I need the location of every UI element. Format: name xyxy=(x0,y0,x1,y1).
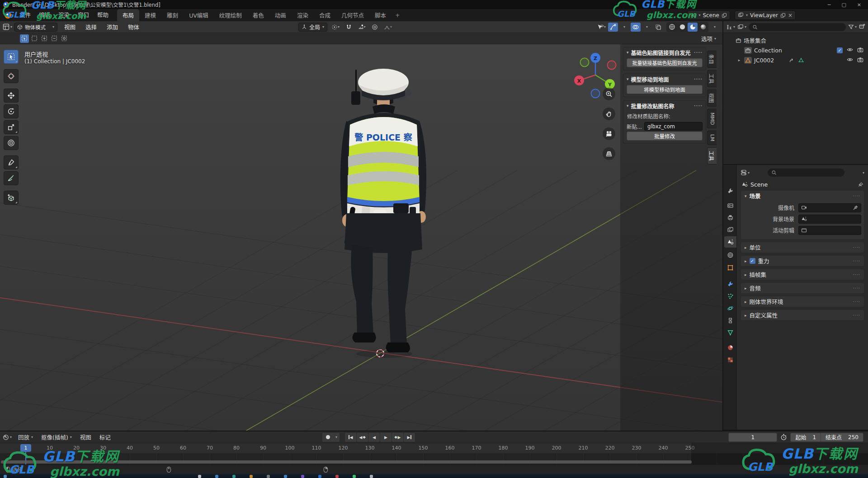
batch-rename-button[interactable]: 批量修改 xyxy=(627,131,703,141)
pivot-point-button[interactable]: ▾ xyxy=(330,23,340,32)
sidebar-tab-条目[interactable]: 条目 xyxy=(707,51,717,68)
timeline-menu-1[interactable]: 抠像(插帧)▾ xyxy=(38,433,75,441)
panel-header[interactable]: ▸刚体世界环境···· xyxy=(741,296,864,307)
overlays-dropdown[interactable]: ▾ xyxy=(642,23,652,32)
properties-tab-particles[interactable] xyxy=(724,291,736,302)
properties-tab-texture[interactable] xyxy=(724,354,736,366)
properties-tab-viewlayer[interactable] xyxy=(724,224,736,235)
sidebar-tab-视图[interactable]: 视图 xyxy=(707,89,717,107)
select-mode-3[interactable] xyxy=(50,34,59,43)
new-viewlayer-icon[interactable] xyxy=(780,13,786,18)
sidebar-tab-LM[interactable]: LM xyxy=(707,131,717,145)
play-button[interactable]: ▶ xyxy=(380,433,392,442)
minimize-button[interactable]: ─ xyxy=(828,2,831,8)
properties-tab-scene[interactable] xyxy=(724,236,736,248)
new-name-input[interactable]: glbxz_com xyxy=(644,122,703,131)
taskbar-icon[interactable] xyxy=(284,475,287,478)
maximize-button[interactable]: ▢ xyxy=(841,2,846,8)
display-mode-button[interactable]: ▾ xyxy=(726,24,735,30)
taskbar-icon[interactable] xyxy=(4,475,7,478)
taskbar-icon[interactable] xyxy=(232,475,236,478)
taskbar-icon[interactable] xyxy=(301,475,304,478)
workspace-tab[interactable]: 着色 xyxy=(247,9,269,21)
viewport-options-dropdown[interactable]: 选项 ▾ xyxy=(701,34,716,43)
shading-wireframe-button[interactable] xyxy=(667,23,677,32)
panel-header[interactable]: ▸✓重力···· xyxy=(741,256,864,266)
taskbar-icon[interactable] xyxy=(250,475,253,478)
tool-tweak-select[interactable] xyxy=(4,50,19,64)
tool-scale[interactable] xyxy=(4,120,19,134)
properties-tab-tool[interactable] xyxy=(724,185,736,197)
panel-grip[interactable]: ···· xyxy=(853,313,860,318)
perspective-grid-button[interactable] xyxy=(603,147,615,160)
tool-measure[interactable] xyxy=(4,171,19,185)
pin-icon[interactable] xyxy=(858,182,863,187)
hide-eye-icon[interactable] xyxy=(847,47,853,54)
filter-id-type-button[interactable]: ▾ xyxy=(737,24,746,30)
expand-icon[interactable]: ▸ xyxy=(736,58,742,62)
properties-editor-type-button[interactable]: ▾ xyxy=(741,169,750,176)
active-clip-field[interactable] xyxy=(798,226,861,235)
editor-type-button[interactable]: ▾ xyxy=(3,23,12,30)
scene-panel-header[interactable]: ▾场景···· xyxy=(741,191,864,201)
menu-3[interactable]: 窗口 xyxy=(74,9,93,21)
shading-dropdown[interactable]: ▾ xyxy=(710,23,720,32)
workspace-tab[interactable]: 几何节点 xyxy=(336,9,369,21)
play-reverse-button[interactable]: ◀ xyxy=(368,433,380,442)
jump-to-end-button[interactable]: ▶ xyxy=(404,433,415,442)
snap-magnet-button[interactable] xyxy=(344,23,354,32)
police-officer-model[interactable]: 警 POLICE 察 xyxy=(316,58,452,374)
zoom-button[interactable] xyxy=(603,88,615,100)
remove-viewlayer-icon[interactable]: × xyxy=(788,12,793,19)
current-frame-field[interactable]: 1 xyxy=(728,433,777,442)
panel-header[interactable]: ▸音频···· xyxy=(741,283,864,293)
outliner-search-input[interactable] xyxy=(749,23,846,31)
transform-orientation[interactable]: 全局 ▾ xyxy=(298,23,327,32)
background-scene-field[interactable] xyxy=(798,215,861,224)
disable-render-icon[interactable] xyxy=(857,47,863,54)
panel-grip[interactable]: ···· xyxy=(853,286,860,291)
taskbar-icon[interactable] xyxy=(335,475,339,478)
properties-tab-modifiers[interactable] xyxy=(724,278,736,290)
properties-options-dropdown[interactable]: ▾ xyxy=(863,171,864,175)
outliner-row-JC0002[interactable]: ▸ JC0002 xyxy=(724,55,867,65)
toggle-xray-button[interactable] xyxy=(653,23,663,32)
panel-grip[interactable]: ···· xyxy=(694,103,703,108)
menu-1[interactable]: 编辑 xyxy=(35,9,54,21)
viewport-menu-2[interactable]: 添加 xyxy=(102,23,123,31)
timeline-menu-0[interactable]: 回放▾ xyxy=(14,433,37,441)
panel-header[interactable]: ▸单位···· xyxy=(741,242,864,253)
taskbar-icon[interactable] xyxy=(198,475,201,478)
outliner-row-scene-collection[interactable]: 场景集合 xyxy=(724,35,867,45)
proportional-falloff-button[interactable]: ▾ xyxy=(383,23,393,32)
select-mode-0[interactable] xyxy=(20,34,29,43)
close-button[interactable]: × xyxy=(857,2,861,8)
panel-grip[interactable]: ···· xyxy=(853,193,860,198)
show-overlays-button[interactable] xyxy=(631,23,641,32)
properties-tab-data[interactable] xyxy=(724,327,736,338)
frame-start-field[interactable]: 起始1 xyxy=(791,433,821,441)
frame-end-field[interactable]: 结束点250 xyxy=(821,433,863,441)
tool-annotate[interactable] xyxy=(4,155,19,169)
prev-keyframe-button[interactable]: ◀◆ xyxy=(357,433,368,442)
workspace-tab[interactable]: 渲染 xyxy=(292,9,314,21)
outliner-row-Collection[interactable]: Collection ✓ xyxy=(724,45,867,55)
record-button[interactable] xyxy=(322,433,333,442)
show-object-types-button[interactable]: ▾ xyxy=(596,23,607,32)
select-mode-4[interactable] xyxy=(60,34,69,43)
hide-eye-icon[interactable] xyxy=(847,56,853,64)
timeline-body[interactable]: 1020304050607080901001101201301401501601… xyxy=(0,443,868,464)
menu-4[interactable]: 帮助 xyxy=(93,9,113,21)
workspace-tab[interactable]: 合成 xyxy=(314,9,336,21)
exclude-checkbox[interactable]: ✓ xyxy=(837,47,843,53)
viewport-menu-3[interactable]: 物体 xyxy=(123,23,144,31)
playhead[interactable]: 1 xyxy=(20,444,31,452)
panel-header[interactable]: ▸插帧集···· xyxy=(741,269,864,280)
windows-taskbar[interactable] xyxy=(0,474,868,478)
tool-cursor[interactable] xyxy=(4,69,19,83)
shading-rendered-button[interactable] xyxy=(698,23,708,32)
taskbar-icon[interactable] xyxy=(318,475,321,478)
panel-grip[interactable]: ···· xyxy=(694,77,703,82)
timeline-menu-3[interactable]: 标记 xyxy=(96,433,114,441)
shading-material-button[interactable] xyxy=(688,23,698,32)
